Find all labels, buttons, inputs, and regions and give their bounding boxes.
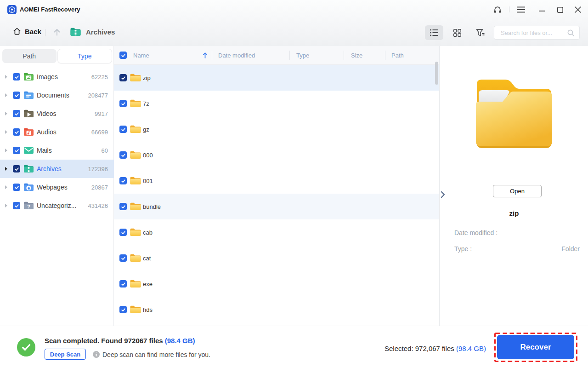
maximize-button[interactable] bbox=[555, 5, 565, 14]
sidebar-item-audios[interactable]: Audios66699 bbox=[0, 123, 114, 141]
checkbox[interactable] bbox=[13, 184, 20, 191]
checkbox[interactable] bbox=[119, 203, 127, 210]
expand-chevron-icon[interactable] bbox=[5, 167, 7, 171]
sidebar-item-count: 9917 bbox=[95, 110, 108, 117]
checkbox[interactable] bbox=[13, 165, 20, 172]
expand-chevron-icon[interactable] bbox=[5, 130, 7, 134]
back-label: Back bbox=[25, 28, 41, 35]
file-row[interactable]: cat bbox=[114, 245, 439, 271]
folder-icon bbox=[130, 150, 141, 160]
sidebar-item-count: 60 bbox=[102, 147, 108, 154]
checkbox[interactable] bbox=[119, 306, 127, 313]
folder-icon bbox=[130, 176, 141, 185]
expand-chevron-icon[interactable] bbox=[5, 185, 7, 189]
file-row[interactable]: gz bbox=[114, 116, 439, 142]
search-input[interactable]: Search for files or... bbox=[494, 26, 580, 40]
file-list: Name Date modified Type Size Path zip7zg… bbox=[114, 46, 439, 326]
column-header-type[interactable]: Type bbox=[296, 52, 309, 59]
checkbox[interactable] bbox=[119, 126, 127, 133]
file-row[interactable]: hds bbox=[114, 297, 439, 322]
tab-type[interactable]: Type bbox=[58, 49, 112, 63]
checkbox[interactable] bbox=[13, 128, 20, 136]
scan-success-icon bbox=[17, 338, 35, 356]
checkbox[interactable] bbox=[13, 73, 20, 80]
file-row[interactable]: 000 bbox=[114, 142, 439, 168]
column-header-path[interactable]: Path bbox=[391, 52, 404, 59]
sidebar-item-archives[interactable]: Archives172396 bbox=[0, 160, 114, 178]
column-header-name[interactable]: Name bbox=[133, 52, 149, 59]
open-button[interactable]: Open bbox=[493, 185, 542, 197]
sidebar-item-label: Videos bbox=[37, 110, 57, 117]
grid-view-button[interactable] bbox=[448, 25, 466, 40]
list-view-button[interactable] bbox=[425, 25, 443, 40]
sidebar-item-label: Archives bbox=[37, 165, 62, 172]
expand-chevron-icon[interactable] bbox=[5, 75, 7, 79]
checkbox[interactable] bbox=[119, 254, 127, 262]
sidebar-item-count: 66699 bbox=[91, 129, 108, 136]
column-header-size[interactable]: Size bbox=[351, 52, 362, 59]
file-row[interactable]: exe bbox=[114, 271, 439, 297]
file-row[interactable]: cab bbox=[114, 219, 439, 245]
scrollbar-thumb[interactable] bbox=[435, 62, 438, 85]
sidebar-item-documents[interactable]: Documents208477 bbox=[0, 86, 114, 104]
expand-chevron-icon[interactable] bbox=[5, 204, 7, 207]
file-row[interactable]: 7z bbox=[114, 91, 439, 116]
file-row[interactable]: zip bbox=[114, 65, 439, 91]
sidebar-item-mails[interactable]: Mails60 bbox=[0, 141, 114, 160]
file-name: zip bbox=[143, 75, 151, 81]
checkbox[interactable] bbox=[13, 147, 20, 154]
breadcrumb: Archives bbox=[70, 27, 115, 37]
close-button[interactable] bbox=[573, 5, 583, 14]
select-all-checkbox[interactable] bbox=[119, 52, 127, 59]
sidebar-item-videos[interactable]: Videos9917 bbox=[0, 104, 114, 123]
column-header-date-modified[interactable]: Date modified bbox=[218, 52, 255, 59]
deep-scan-button[interactable]: Deep Scan bbox=[45, 349, 86, 360]
expand-chevron-icon[interactable] bbox=[5, 112, 7, 115]
status-bar: Scan completed. Found 972067 files (98.4… bbox=[0, 326, 588, 368]
preview-type: Type : Folder bbox=[454, 245, 580, 253]
checkbox[interactable] bbox=[119, 100, 127, 107]
up-arrow-button[interactable] bbox=[53, 28, 61, 36]
archives-folder-icon bbox=[23, 164, 34, 173]
file-row[interactable]: 001 bbox=[114, 168, 439, 194]
sidebar-tree: Images62225Documents208477Videos9917Audi… bbox=[0, 68, 114, 215]
sidebar-item-label: Images bbox=[37, 73, 58, 80]
app-logo bbox=[7, 5, 17, 14]
webpages-folder-icon: e bbox=[23, 182, 34, 192]
headset-icon[interactable] bbox=[493, 6, 502, 14]
checkbox[interactable] bbox=[119, 177, 127, 184]
menu-button[interactable] bbox=[516, 5, 526, 14]
images-folder-icon bbox=[23, 72, 34, 81]
checkbox[interactable] bbox=[119, 229, 127, 236]
file-name: gz bbox=[143, 126, 149, 133]
tab-path[interactable]: Path bbox=[2, 49, 57, 63]
toolbar-separator bbox=[45, 29, 45, 36]
filter-button[interactable] bbox=[471, 25, 489, 40]
sidebar-item-webpages[interactable]: eWebpages20867 bbox=[0, 178, 114, 196]
folder-icon bbox=[130, 73, 141, 82]
checkbox[interactable] bbox=[13, 92, 20, 99]
checkbox[interactable] bbox=[119, 74, 127, 81]
collapse-panel-chevron[interactable] bbox=[440, 190, 446, 199]
recover-button[interactable]: Recover bbox=[497, 335, 574, 359]
checkbox[interactable] bbox=[119, 151, 127, 159]
selected-summary: Selected: 972,067 files (98.4 GB) bbox=[384, 345, 486, 352]
file-list-header: Name Date modified Type Size Path bbox=[114, 46, 439, 65]
minimize-button[interactable] bbox=[537, 5, 547, 14]
app-title: AOMEI FastRecovery bbox=[20, 6, 80, 13]
file-row[interactable]: bundle bbox=[114, 194, 439, 219]
preview-date-modified: Date modified : bbox=[454, 229, 580, 236]
expand-chevron-icon[interactable] bbox=[5, 93, 7, 97]
sidebar: Path Type Images62225Documents208477Vide… bbox=[0, 46, 114, 326]
preview-panel: Open zip Date modified : Type : Folder bbox=[439, 46, 588, 326]
sidebar-item-images[interactable]: Images62225 bbox=[0, 68, 114, 86]
sidebar-item-uncategoriz[interactable]: ?Uncategoriz...431426 bbox=[0, 196, 114, 215]
expand-chevron-icon[interactable] bbox=[5, 149, 7, 152]
deep-scan-hint: Deep scan can find more files for you. bbox=[102, 351, 210, 358]
checkbox[interactable] bbox=[13, 110, 20, 117]
checkbox[interactable] bbox=[13, 202, 20, 209]
checkbox[interactable] bbox=[119, 280, 127, 288]
titlebar-separator bbox=[509, 6, 509, 12]
back-button[interactable]: Back bbox=[13, 27, 41, 35]
sort-ascending-icon[interactable] bbox=[202, 52, 208, 59]
